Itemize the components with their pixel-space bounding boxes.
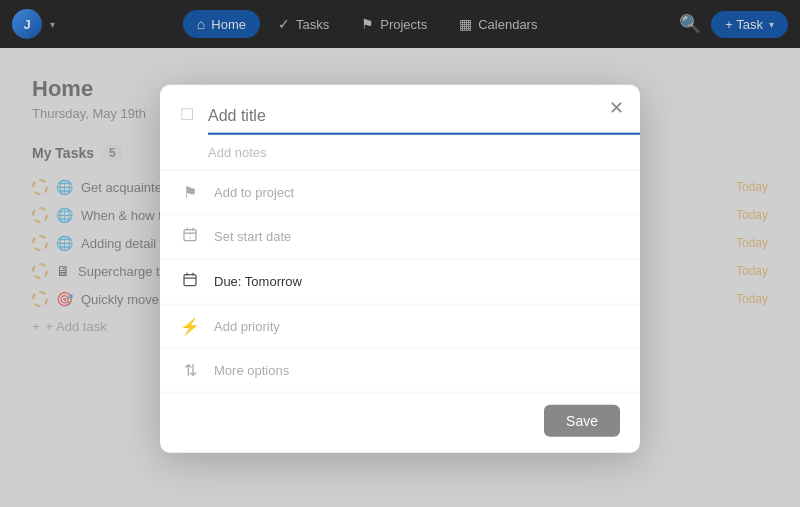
task-creation-modal: ☐ ✕ Add notes ⚑ Add to project Set start… (160, 84, 640, 452)
modal-due-date-row[interactable]: Due: Tomorrow (160, 259, 640, 304)
due-date-label: Due: Tomorrow (214, 274, 302, 289)
project-icon: ⚑ (180, 182, 200, 201)
modal-header: ☐ ✕ (160, 84, 640, 134)
start-date-icon (180, 226, 200, 246)
modal-add-priority-row[interactable]: ⚡ Add priority (160, 304, 640, 348)
modal-title-input[interactable] (208, 102, 640, 134)
modal-close-button[interactable]: ✕ (609, 98, 624, 116)
more-options-label: More options (214, 362, 289, 377)
modal-footer: Save (160, 392, 640, 452)
modal-notes[interactable]: Add notes (160, 134, 640, 170)
title-checkbox-icon: ☐ (180, 104, 194, 123)
modal-add-to-project-row[interactable]: ⚑ Add to project (160, 170, 640, 214)
due-date-icon (180, 271, 200, 291)
add-priority-label: Add priority (214, 318, 280, 333)
modal-notes-placeholder: Add notes (208, 144, 267, 159)
svg-rect-1 (184, 274, 196, 285)
modal-more-options-row[interactable]: ⇅ More options (160, 348, 640, 392)
modal-set-start-date-row[interactable]: Set start date (160, 214, 640, 259)
add-to-project-label: Add to project (214, 184, 294, 199)
save-button[interactable]: Save (544, 404, 620, 436)
svg-rect-0 (184, 229, 196, 240)
set-start-date-label: Set start date (214, 229, 291, 244)
priority-icon: ⚡ (180, 316, 200, 335)
more-options-icon: ⇅ (180, 360, 200, 379)
